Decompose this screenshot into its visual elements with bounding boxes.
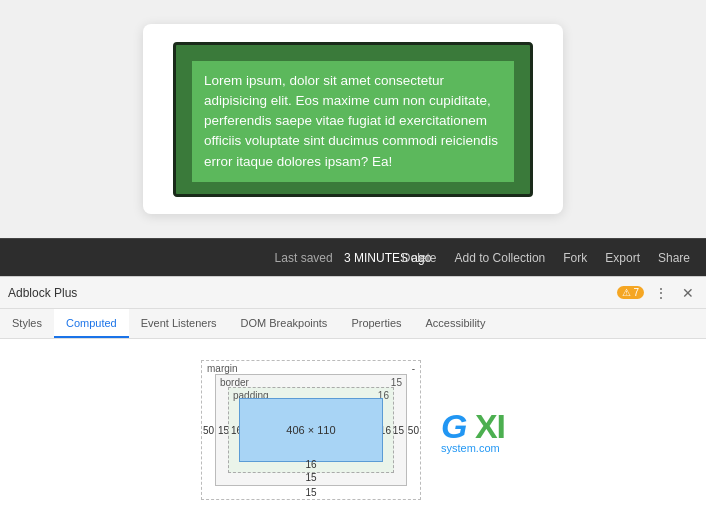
devtools-header: Adblock Plus ⚠ 7 ⋮ ✕ bbox=[0, 277, 706, 309]
tab-dom-breakpoints[interactable]: DOM Breakpoints bbox=[229, 309, 340, 338]
toolbar-right: Delete Add to Collection Fork Export Sha… bbox=[394, 239, 706, 276]
tab-event-listeners[interactable]: Event Listeners bbox=[129, 309, 229, 338]
watermark-sub: system.com bbox=[441, 442, 505, 454]
padding-region: padding 16 16 16 406 × 110 16 bbox=[228, 387, 394, 473]
tab-properties[interactable]: Properties bbox=[339, 309, 413, 338]
margin-label: margin bbox=[207, 363, 238, 374]
share-button[interactable]: Share bbox=[650, 247, 698, 269]
right-outer-val: 50 bbox=[408, 425, 419, 436]
tab-styles[interactable]: Styles bbox=[0, 309, 54, 338]
export-button[interactable]: Export bbox=[597, 247, 648, 269]
left-outer-val: 50 bbox=[203, 425, 214, 436]
add-collection-button[interactable]: Add to Collection bbox=[447, 247, 554, 269]
border-region: border 15 15 15 padding 16 16 16 406 × 1… bbox=[215, 374, 407, 486]
bottom-border-val: 15 bbox=[305, 472, 316, 483]
computed-content: margin - 50 50 border 15 15 15 padding 1… bbox=[0, 339, 706, 520]
more-options-icon[interactable]: ⋮ bbox=[650, 283, 672, 303]
toolbar: Last saved 3 MINUTES ago Delete Add to C… bbox=[0, 238, 706, 276]
devtools-panel: Adblock Plus ⚠ 7 ⋮ ✕ Styles Computed Eve… bbox=[0, 276, 706, 520]
margin-region: margin - 50 50 border 15 15 15 padding 1… bbox=[201, 360, 421, 500]
right-border-val: 15 bbox=[393, 425, 404, 436]
watermark-g: G XI bbox=[441, 407, 505, 446]
warning-badge: ⚠ 7 bbox=[617, 286, 644, 299]
tab-computed[interactable]: Computed bbox=[54, 309, 129, 338]
delete-button[interactable]: Delete bbox=[394, 247, 445, 269]
content-size: 406 × 110 bbox=[286, 424, 335, 436]
box-model-container: margin - 50 50 border 15 15 15 padding 1… bbox=[201, 360, 421, 500]
bottom-padding-val: 16 bbox=[305, 459, 316, 470]
margin-val: - bbox=[412, 363, 415, 374]
element-text: Lorem ipsum, dolor sit amet consectetur … bbox=[192, 61, 514, 182]
preview-card: Lorem ipsum, dolor sit amet consectetur … bbox=[143, 24, 563, 214]
devtools-title: Adblock Plus bbox=[8, 286, 77, 300]
watermark-container: G XI system.com bbox=[441, 407, 505, 454]
element-box: Lorem ipsum, dolor sit amet consectetur … bbox=[173, 42, 533, 197]
tabs-bar: Styles Computed Event Listeners DOM Brea… bbox=[0, 309, 706, 339]
preview-area: Lorem ipsum, dolor sit amet consectetur … bbox=[0, 0, 706, 238]
fork-button[interactable]: Fork bbox=[555, 247, 595, 269]
content-region: 406 × 110 bbox=[239, 398, 383, 462]
tab-accessibility[interactable]: Accessibility bbox=[414, 309, 498, 338]
saved-label: Last saved bbox=[275, 251, 333, 265]
devtools-actions: ⚠ 7 ⋮ ✕ bbox=[617, 283, 698, 303]
bottom-outer-val: 15 bbox=[305, 487, 316, 498]
close-icon[interactable]: ✕ bbox=[678, 283, 698, 303]
warning-count: 7 bbox=[633, 287, 639, 298]
warning-icon: ⚠ bbox=[622, 287, 631, 298]
